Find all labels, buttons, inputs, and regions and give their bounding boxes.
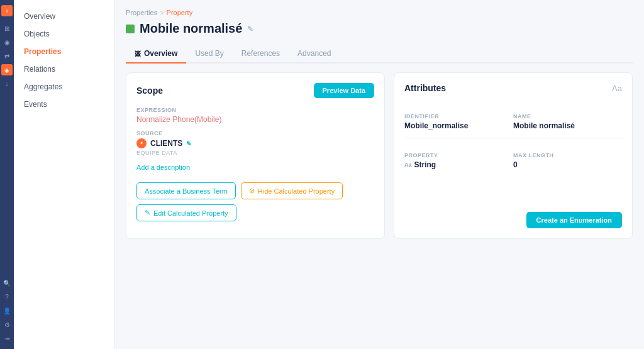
identifier-label: IDENTIFIER xyxy=(404,113,513,119)
edit-calc-label: Edit Calculated Property xyxy=(153,209,228,217)
sidebar-icon-logout[interactable]: ⇥ xyxy=(1,333,13,344)
tab-bar: 🖼 Overview Used By References Advanced xyxy=(126,45,633,64)
edit-title-icon[interactable]: ✎ xyxy=(247,25,253,33)
source-icon: ✦ xyxy=(136,138,147,148)
sidebar-item-properties[interactable]: Properties xyxy=(14,43,114,60)
edit-calc-icon: ✎ xyxy=(145,209,150,217)
preview-data-button[interactable]: Preview Data xyxy=(314,83,374,98)
breadcrumb: Properties > Property xyxy=(126,9,633,16)
hide-button-label: Hide Calculated Property xyxy=(258,187,335,195)
sidebar-item-overview[interactable]: Overview xyxy=(14,8,114,25)
associate-business-term-button[interactable]: Associate a Business Term xyxy=(136,182,236,199)
scope-card: Scope Preview Data EXPRESSION Normalize … xyxy=(126,72,385,239)
identifier-cell: IDENTIFIER Mobile_normalise xyxy=(404,102,513,135)
tab-overview-icon: 🖼 xyxy=(135,50,141,57)
attributes-card: Attributes Aa IDENTIFIER Mobile_normalis… xyxy=(394,72,633,239)
sidebar-item-relations[interactable]: Relations xyxy=(14,60,114,78)
expression-label: EXPRESSION xyxy=(136,107,374,113)
hide-calculated-property-button[interactable]: ⊘ Hide Calculated Property xyxy=(241,182,343,199)
edit-calculated-property-button[interactable]: ✎ Edit Calculated Property xyxy=(136,204,236,221)
source-row: ✦ CLIENTS ✎ xyxy=(136,138,374,148)
sidebar-icon-help[interactable]: ? xyxy=(1,291,13,302)
tab-advanced-label: Advanced xyxy=(297,49,331,58)
max-length-value: 0 xyxy=(513,160,622,169)
sidebar-icon-search[interactable]: 🔍 xyxy=(1,277,13,289)
breadcrumb-current: Property xyxy=(167,9,193,16)
sidebar-item-objects[interactable]: Objects xyxy=(14,25,114,43)
action-buttons: Associate a Business Term ⊘ Hide Calcula… xyxy=(136,182,374,221)
app-logo[interactable]: i xyxy=(1,5,13,16)
tab-references[interactable]: References xyxy=(233,45,289,64)
sidebar-icon-settings[interactable]: ⚙ xyxy=(1,319,13,330)
sidebar-icon-user[interactable]: 👤 xyxy=(1,305,13,316)
equipe-label: EQUIPE DATA xyxy=(136,150,374,156)
tab-overview-label: Overview xyxy=(144,49,177,58)
max-length-label: MAX LENGTH xyxy=(513,152,622,158)
property-cell: PROPERTY Aa String xyxy=(404,141,513,174)
tab-advanced[interactable]: Advanced xyxy=(289,45,340,64)
main-grid: Scope Preview Data EXPRESSION Normalize … xyxy=(126,72,633,239)
source-label: SOURCE xyxy=(136,130,374,136)
create-enumeration-button[interactable]: Create an Enumeration xyxy=(526,212,622,228)
expression-value: Normalize Phone(Mobile) xyxy=(136,115,374,124)
scope-header: Scope Preview Data xyxy=(136,83,374,98)
sidebar-icon-down[interactable]: ↓ xyxy=(1,78,13,89)
name-label: NAME xyxy=(513,113,622,119)
sidebar-icon-active[interactable]: ◈ xyxy=(1,64,13,75)
icon-sidebar: i ⊞ ◉ ⇄ ◈ ↓ 🔍 ? 👤 ⚙ ⇥ xyxy=(0,0,14,349)
sidebar-item-events[interactable]: Events xyxy=(14,96,114,113)
attributes-title: Attributes xyxy=(404,83,446,93)
source-edit-icon[interactable]: ✎ xyxy=(186,140,191,147)
sidebar-icon-relations[interactable]: ⇄ xyxy=(1,50,13,62)
sidebar-item-label: Overview xyxy=(24,12,55,21)
sidebar-item-label: Relations xyxy=(24,65,55,74)
tab-overview[interactable]: 🖼 Overview xyxy=(126,45,186,64)
attr-divider xyxy=(404,138,622,138)
attributes-font-icon: Aa xyxy=(612,84,622,93)
hide-icon: ⊘ xyxy=(249,187,255,195)
property-label: PROPERTY xyxy=(404,152,513,158)
tab-used-by-label: Used By xyxy=(195,49,223,58)
name-value: Mobile normalisé xyxy=(513,121,622,130)
scope-title: Scope xyxy=(136,86,163,96)
main-sidebar: Overview Objects Properties Relations Ag… xyxy=(14,0,114,349)
sidebar-item-label: Objects xyxy=(24,30,50,38)
type-value: String xyxy=(414,160,436,169)
sidebar-item-label: Properties xyxy=(24,47,61,56)
sidebar-item-label: Events xyxy=(24,100,47,109)
sidebar-item-label: Aggregates xyxy=(24,82,62,91)
associate-button-label: Associate a Business Term xyxy=(145,187,228,195)
sidebar-icon-circle[interactable]: ◉ xyxy=(1,36,13,48)
property-color-dot xyxy=(126,25,135,33)
type-icon: Aa xyxy=(404,162,412,168)
tab-used-by[interactable]: Used By xyxy=(186,45,232,64)
name-cell: NAME Mobile normalisé xyxy=(513,102,622,135)
breadcrumb-parent[interactable]: Properties xyxy=(126,9,157,16)
main-content: Properties > Property Mobile normalisé ✎… xyxy=(114,0,644,349)
max-length-cell: MAX LENGTH 0 xyxy=(513,141,622,174)
sidebar-icon-grid[interactable]: ⊞ xyxy=(1,23,13,34)
page-title: Mobile normalisé xyxy=(140,21,242,36)
sidebar-item-aggregates[interactable]: Aggregates xyxy=(14,78,114,96)
attributes-grid: IDENTIFIER Mobile_normalise NAME Mobile … xyxy=(404,102,622,174)
page-title-row: Mobile normalisé ✎ xyxy=(126,21,633,36)
attributes-header: Attributes Aa xyxy=(404,83,622,93)
identifier-value: Mobile_normalise xyxy=(404,121,513,130)
property-value: Aa String xyxy=(404,160,513,169)
add-description-link[interactable]: Add a description xyxy=(136,163,190,171)
tab-references-label: References xyxy=(242,49,280,58)
breadcrumb-separator: > xyxy=(160,9,164,16)
source-name: CLIENTS xyxy=(150,139,182,148)
